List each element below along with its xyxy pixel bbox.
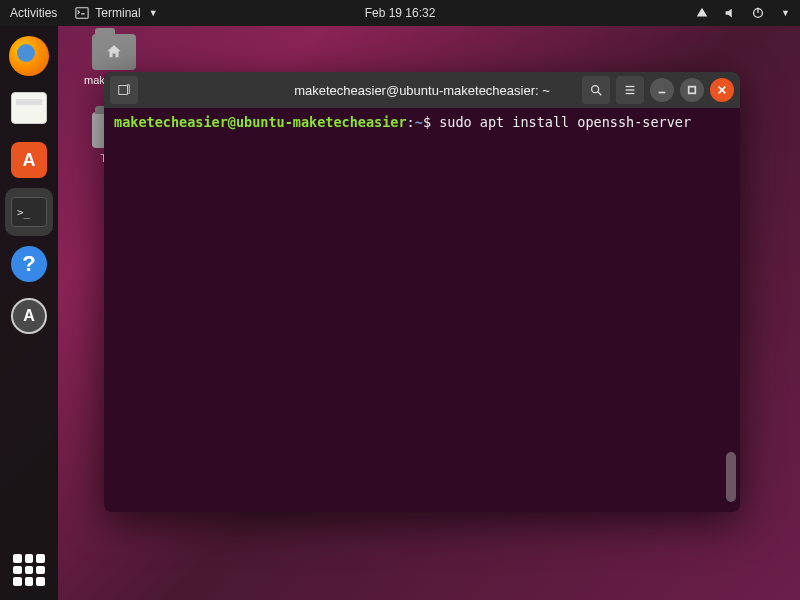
svg-rect-0 — [76, 8, 88, 19]
window-title: maketecheasier@ubuntu-maketecheasier: ~ — [294, 83, 550, 98]
titlebar[interactable]: maketecheasier@ubuntu-maketecheasier: ~ — [104, 72, 740, 108]
svg-point-4 — [592, 86, 599, 93]
hamburger-icon — [623, 83, 637, 97]
prompt-user: maketecheasier@ubuntu-maketecheasier — [114, 114, 407, 130]
folder-icon — [92, 34, 136, 70]
minimize-button[interactable] — [650, 78, 674, 102]
activities-button[interactable]: Activities — [10, 6, 57, 20]
dock-help[interactable]: ? — [5, 240, 53, 288]
prompt-dollar: $ — [423, 114, 431, 130]
dock-firefox[interactable] — [5, 32, 53, 80]
prompt-colon: : — [407, 114, 415, 130]
close-button[interactable] — [710, 78, 734, 102]
terminal-window: maketecheasier@ubuntu-maketecheasier: ~ … — [104, 72, 740, 512]
volume-icon[interactable] — [723, 6, 737, 20]
top-panel: Activities Terminal ▼ Feb 19 16:32 ▼ — [0, 0, 800, 26]
svg-rect-10 — [689, 87, 696, 94]
software-updater-icon: A — [11, 298, 47, 334]
firefox-icon — [9, 36, 49, 76]
show-applications-button[interactable] — [13, 554, 45, 586]
close-icon — [717, 85, 727, 95]
dock-files[interactable] — [5, 84, 53, 132]
scrollbar[interactable] — [726, 452, 736, 502]
maximize-icon — [687, 85, 697, 95]
svg-rect-3 — [119, 86, 128, 95]
dock: A >_ ? A — [0, 26, 58, 600]
search-icon — [589, 83, 603, 97]
terminal-icon — [75, 6, 89, 20]
command-text: sudo apt install openssh-server — [439, 114, 691, 130]
app-menu[interactable]: Terminal ▼ — [75, 6, 157, 20]
svg-line-5 — [598, 92, 602, 96]
terminal-icon: >_ — [11, 197, 47, 227]
dock-updater[interactable]: A — [5, 292, 53, 340]
chevron-down-icon[interactable]: ▼ — [781, 8, 790, 18]
prompt-path: ~ — [415, 114, 423, 130]
power-icon[interactable] — [751, 6, 765, 20]
dock-software[interactable]: A — [5, 136, 53, 184]
minimize-icon — [657, 85, 667, 95]
new-tab-button[interactable] — [110, 76, 138, 104]
dock-terminal[interactable]: >_ — [5, 188, 53, 236]
files-icon — [11, 92, 47, 124]
network-icon[interactable] — [695, 6, 709, 20]
chevron-down-icon: ▼ — [149, 8, 158, 18]
terminal-body[interactable]: maketecheasier@ubuntu-maketecheasier:~$ … — [104, 108, 740, 512]
software-center-icon: A — [11, 142, 47, 178]
search-button[interactable] — [582, 76, 610, 104]
maximize-button[interactable] — [680, 78, 704, 102]
menu-button[interactable] — [616, 76, 644, 104]
help-icon: ? — [11, 246, 47, 282]
clock[interactable]: Feb 19 16:32 — [365, 6, 436, 20]
